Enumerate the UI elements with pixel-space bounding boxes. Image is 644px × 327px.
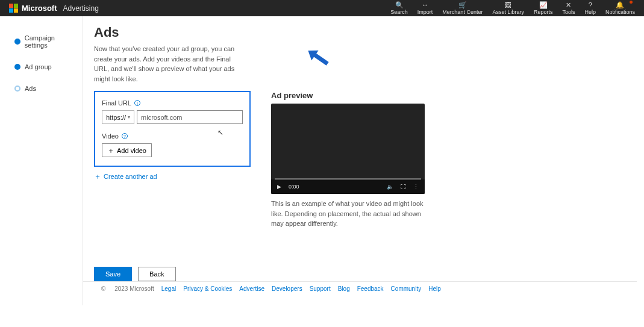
top-nav-actions: 🔍Search ↔Import 🛒Merchant Center 🖼Asset …	[390, 0, 635, 16]
protocol-select[interactable]: https:// ▾	[102, 110, 134, 124]
import-icon: ↔	[422, 2, 428, 8]
main-content: Ads Now that you've created your ad grou…	[83, 16, 644, 305]
plus-icon: ＋	[94, 173, 101, 180]
nav-label: Asset Library	[492, 10, 524, 15]
action-bar: Save Back	[83, 267, 644, 281]
ad-preview: Ad preview ▶ 0:00 🔈 ⛶ ⋮ This is an examp…	[271, 91, 427, 229]
footer-link-community[interactable]: Community	[391, 285, 422, 292]
footer-link-support[interactable]: Support	[310, 285, 331, 292]
nav-import[interactable]: ↔Import	[417, 2, 433, 16]
cart-icon: 🛒	[458, 2, 467, 8]
nav-search[interactable]: 🔍Search	[390, 2, 408, 16]
step-done-icon	[14, 39, 20, 45]
footer-link-help[interactable]: Help	[428, 285, 441, 292]
page-intro: Now that you've created your ad group, y…	[94, 44, 239, 84]
annotation-arrow-icon	[313, 53, 328, 66]
info-icon[interactable]: ?	[122, 133, 128, 139]
label-text: Final URL	[102, 99, 131, 107]
link-label: Create another ad	[104, 173, 157, 180]
search-icon: 🔍	[395, 2, 404, 8]
add-video-button[interactable]: ＋ Add video	[102, 143, 152, 157]
nav-label: Notifications	[605, 10, 635, 15]
top-nav: Microsoft Advertising 🔍Search ↔Import 🛒M…	[0, 0, 644, 16]
step-ads[interactable]: Ads	[14, 85, 78, 92]
footer-link-blog[interactable]: Blog	[338, 285, 350, 292]
info-icon[interactable]: i	[134, 100, 140, 106]
nav-label: Reports	[534, 10, 553, 15]
brand-product: Advertising	[63, 4, 99, 13]
play-icon[interactable]: ▶	[277, 184, 281, 190]
step-done-icon	[14, 64, 20, 70]
nav-tools[interactable]: ✕Tools	[562, 2, 575, 16]
ad-card: Final URL i https:// ▾ Video ?	[94, 91, 251, 167]
footer-link-feedback[interactable]: Feedback	[357, 285, 384, 292]
nav-label: Search	[390, 10, 408, 15]
nav-label: Merchant Center	[442, 10, 483, 15]
notification-dot	[630, 1, 633, 4]
nav-help[interactable]: ?Help	[584, 2, 596, 16]
final-url-input[interactable]	[137, 110, 243, 124]
brand: Microsoft Advertising	[9, 4, 99, 13]
bell-icon: 🔔	[616, 2, 624, 8]
nav-reports[interactable]: 📈Reports	[534, 2, 553, 16]
footer-link-advertise[interactable]: Advertise	[239, 285, 264, 292]
button-label: Add video	[117, 147, 146, 154]
preview-description: This is an example of what your video ad…	[271, 199, 427, 229]
step-label: Campaign settings	[25, 34, 78, 49]
label-text: Video	[102, 132, 119, 140]
nav-asset-library[interactable]: 🖼Asset Library	[492, 2, 524, 16]
player-controls: ▶ 0:00 🔈 ⛶ ⋮	[271, 179, 425, 194]
wizard-steps: Campaign settings Ad group Ads	[0, 16, 83, 305]
protocol-value: https://	[106, 114, 126, 121]
nav-notifications[interactable]: 🔔Notifications	[605, 2, 635, 16]
footer: © 2023 Microsoft Legal Privacy & Cookies…	[83, 281, 637, 296]
nav-merchant-center[interactable]: 🛒Merchant Center	[442, 2, 483, 16]
nav-label: Import	[417, 10, 433, 15]
chevron-down-icon: ▾	[128, 114, 130, 120]
step-label: Ad group	[25, 63, 52, 70]
video-label: Video ?	[102, 132, 243, 140]
footer-link-legal[interactable]: Legal	[161, 285, 176, 292]
fullscreen-icon[interactable]: ⛶	[401, 184, 406, 190]
plus-icon: ＋	[107, 147, 114, 154]
nav-label: Help	[584, 10, 596, 15]
step-ad-group[interactable]: Ad group	[14, 63, 78, 70]
image-icon: 🖼	[505, 2, 511, 8]
final-url-label: Final URL i	[102, 99, 243, 107]
step-label: Ads	[25, 85, 36, 92]
microsoft-logo-icon	[9, 4, 18, 13]
page-title: Ads	[94, 25, 627, 40]
save-button[interactable]: Save	[94, 267, 132, 281]
create-another-ad-link[interactable]: ＋ Create another ad	[94, 173, 157, 180]
volume-icon[interactable]: 🔈	[387, 184, 393, 190]
step-current-icon	[14, 86, 20, 92]
footer-link-privacy[interactable]: Privacy & Cookies	[183, 285, 232, 292]
copyright: 2023 Microsoft	[114, 285, 154, 292]
wrench-icon: ✕	[566, 2, 571, 8]
footer-link-developers[interactable]: Developers	[272, 285, 302, 292]
step-campaign-settings[interactable]: Campaign settings	[14, 34, 78, 49]
brand-name: Microsoft	[22, 4, 57, 13]
chart-icon: 📈	[539, 2, 548, 8]
player-time: 0:00	[289, 184, 299, 190]
back-button[interactable]: Back	[138, 267, 175, 281]
video-player[interactable]: ▶ 0:00 🔈 ⛶ ⋮	[271, 104, 425, 194]
more-icon[interactable]: ⋮	[413, 184, 419, 190]
preview-title: Ad preview	[271, 91, 427, 100]
nav-label: Tools	[562, 10, 575, 15]
help-icon: ?	[589, 2, 592, 8]
